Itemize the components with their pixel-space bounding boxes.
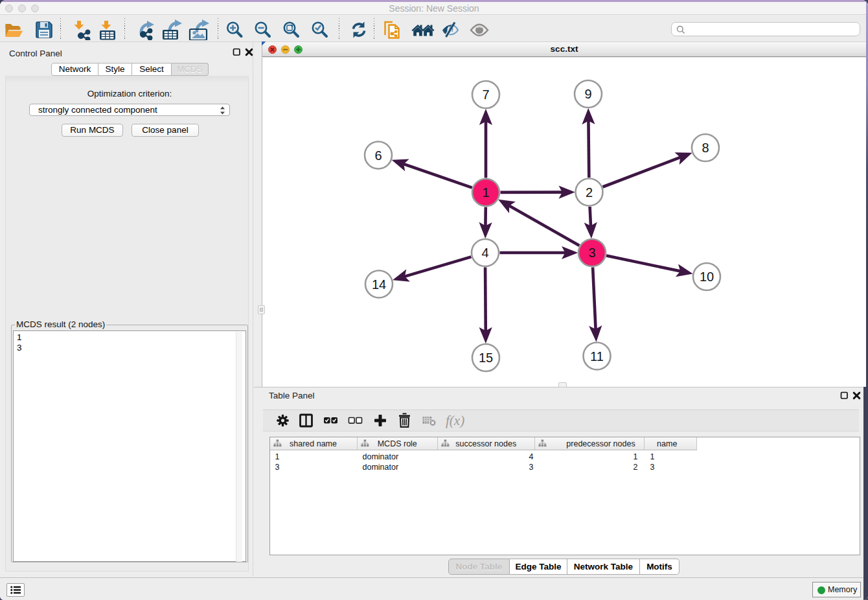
svg-text:11: 11: [590, 349, 604, 363]
svg-text:2: 2: [586, 185, 593, 200]
svg-text:1: 1: [482, 185, 489, 200]
svg-text:8: 8: [702, 141, 709, 155]
svg-text:f(x): f(x): [446, 413, 464, 428]
svg-text:7: 7: [482, 87, 489, 102]
svg-text:15: 15: [479, 351, 493, 365]
svg-text:3: 3: [588, 246, 595, 260]
svg-text:4: 4: [481, 246, 488, 260]
svg-text:6: 6: [374, 148, 382, 163]
svg-text:9: 9: [584, 87, 591, 101]
svg-text:14: 14: [372, 277, 386, 292]
svg-text:10: 10: [700, 270, 714, 284]
